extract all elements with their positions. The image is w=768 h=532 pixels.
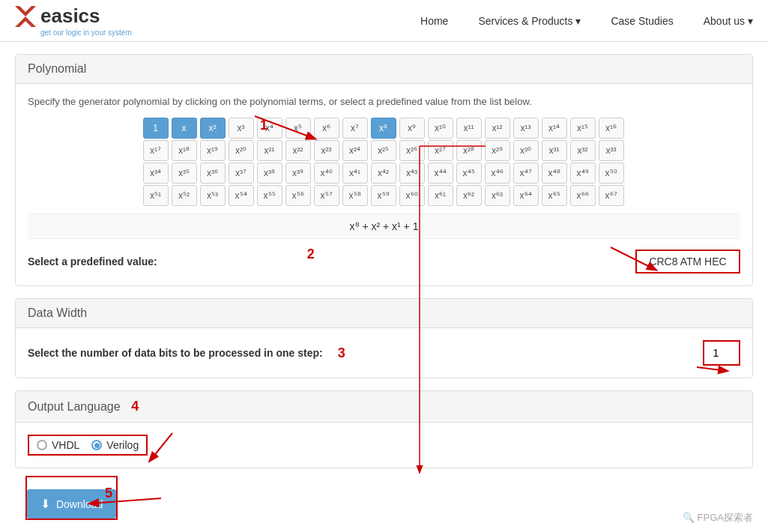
- poly-cell-23[interactable]: x²³: [314, 140, 339, 161]
- poly-cell-1[interactable]: x: [172, 118, 197, 139]
- poly-cell-6[interactable]: x⁶: [314, 118, 339, 139]
- poly-cell-19[interactable]: x¹⁹: [200, 140, 226, 161]
- poly-cell-48[interactable]: x⁴⁸: [542, 163, 567, 184]
- poly-cell-55[interactable]: x⁵⁵: [257, 185, 282, 206]
- nav-links: Home Services & Products ▾ Case Studies …: [420, 15, 753, 27]
- poly-cell-39[interactable]: x³⁹: [285, 163, 311, 184]
- poly-cell-52[interactable]: x⁵²: [172, 185, 197, 206]
- download-wrapper: ⬇ Download: [25, 476, 118, 520]
- data-width-section: Data Width Select the number of data bit…: [15, 298, 753, 378]
- download-button[interactable]: ⬇ Download: [27, 489, 116, 519]
- polynomial-grid-wrapper: 1xx²x³x⁴x⁵x⁶x⁷x⁸x⁹x¹⁰x¹¹x¹²x¹³x¹⁴x¹⁵x¹⁶x…: [28, 118, 740, 206]
- poly-cell-14[interactable]: x¹⁴: [542, 118, 567, 139]
- poly-cell-18[interactable]: x¹⁸: [172, 140, 197, 161]
- poly-cell-17[interactable]: x¹⁷: [143, 140, 169, 161]
- output-language-header: Output Language 4: [16, 391, 752, 423]
- poly-cell-58[interactable]: x⁵⁸: [342, 185, 368, 206]
- predefined-select[interactable]: CRC8 ATM HEC: [635, 250, 740, 273]
- poly-cell-53[interactable]: x⁵³: [200, 185, 226, 206]
- poly-cell-5[interactable]: x⁵: [285, 118, 311, 139]
- data-width-body: Select the number of data bits to be pro…: [16, 328, 752, 378]
- poly-cell-33[interactable]: x³³: [599, 140, 624, 161]
- poly-cell-38[interactable]: x³⁸: [257, 163, 282, 184]
- poly-cell-7[interactable]: x⁷: [342, 118, 368, 139]
- data-width-label: Select the number of data bits to be pro…: [28, 347, 323, 359]
- nav-home[interactable]: Home: [420, 15, 448, 27]
- poly-cell-11[interactable]: x¹¹: [456, 118, 482, 139]
- poly-cell-43[interactable]: x⁴³: [399, 163, 425, 184]
- poly-cell-64[interactable]: x⁶⁴: [513, 185, 539, 206]
- poly-cell-28[interactable]: x²⁸: [456, 140, 482, 161]
- poly-cell-42[interactable]: x⁴²: [371, 163, 396, 184]
- logo: easics get our logic in your system: [15, 4, 132, 37]
- poly-cell-54[interactable]: x⁵⁴: [229, 185, 254, 206]
- poly-cell-59[interactable]: x⁵⁹: [371, 185, 396, 206]
- nav-case-studies[interactable]: Case Studies: [611, 15, 673, 27]
- poly-cell-13[interactable]: x¹³: [513, 118, 539, 139]
- nav-services[interactable]: Services & Products ▾: [478, 15, 581, 27]
- poly-cell-10[interactable]: x¹⁰: [428, 118, 453, 139]
- poly-cell-21[interactable]: x²¹: [257, 140, 282, 161]
- poly-cell-44[interactable]: x⁴⁴: [428, 163, 453, 184]
- poly-cell-63[interactable]: x⁶³: [485, 185, 510, 206]
- poly-cell-20[interactable]: x²⁰: [229, 140, 254, 161]
- poly-cell-36[interactable]: x³⁶: [200, 163, 226, 184]
- chevron-down-icon: ▾: [575, 15, 581, 27]
- nav-about[interactable]: About us ▾: [704, 15, 753, 27]
- poly-cell-62[interactable]: x⁶²: [456, 185, 482, 206]
- poly-cell-57[interactable]: x⁵⁷: [314, 185, 339, 206]
- radio-verilog[interactable]: Verilog: [91, 439, 139, 451]
- annotation-5: 5: [105, 486, 112, 501]
- poly-cell-32[interactable]: x³²: [570, 140, 596, 161]
- navbar: easics get our logic in your system Home…: [0, 0, 768, 42]
- poly-cell-12[interactable]: x¹²: [485, 118, 510, 139]
- poly-cell-31[interactable]: x³¹: [542, 140, 567, 161]
- poly-cell-15[interactable]: x¹⁵: [570, 118, 596, 139]
- poly-cell-8[interactable]: x⁸: [371, 118, 396, 139]
- poly-cell-0[interactable]: 1: [143, 118, 169, 139]
- poly-cell-61[interactable]: x⁶¹: [428, 185, 453, 206]
- logo-text: easics: [40, 4, 100, 28]
- poly-cell-49[interactable]: x⁴⁹: [570, 163, 596, 184]
- polynomial-header: Polynomial: [16, 55, 752, 84]
- poly-cell-9[interactable]: x⁹: [399, 118, 425, 139]
- download-icon: ⬇: [40, 497, 50, 511]
- annotation-4: 4: [131, 399, 139, 414]
- poly-cell-45[interactable]: x⁴⁵: [456, 163, 482, 184]
- poly-cell-30[interactable]: x³⁰: [513, 140, 539, 161]
- poly-cell-51[interactable]: x⁵¹: [143, 185, 169, 206]
- poly-cell-34[interactable]: x³⁴: [143, 163, 169, 184]
- poly-cell-27[interactable]: x²⁷: [428, 140, 453, 161]
- poly-cell-65[interactable]: x⁶⁵: [542, 185, 567, 206]
- poly-cell-26[interactable]: x²⁶: [399, 140, 425, 161]
- logo-icon: [15, 6, 36, 27]
- polynomial-grid: 1xx²x³x⁴x⁵x⁶x⁷x⁸x⁹x¹⁰x¹¹x¹²x¹³x¹⁴x¹⁵x¹⁶x…: [143, 118, 626, 206]
- poly-cell-16[interactable]: x¹⁶: [599, 118, 624, 139]
- poly-cell-66[interactable]: x⁶⁶: [570, 185, 596, 206]
- poly-cell-2[interactable]: x²: [200, 118, 226, 139]
- polynomial-description: Specify the generator polynomial by clic…: [28, 96, 740, 107]
- poly-cell-35[interactable]: x³⁵: [172, 163, 197, 184]
- poly-cell-37[interactable]: x³⁷: [229, 163, 254, 184]
- poly-cell-3[interactable]: x³: [229, 118, 254, 139]
- logo-tagline: get our logic in your system: [40, 28, 132, 37]
- annotation-2: 2: [307, 247, 315, 262]
- poly-cell-24[interactable]: x²⁴: [342, 140, 368, 161]
- polynomial-body: Specify the generator polynomial by clic…: [16, 84, 752, 285]
- poly-cell-25[interactable]: x²⁵: [371, 140, 396, 161]
- poly-cell-47[interactable]: x⁴⁷: [513, 163, 539, 184]
- poly-cell-50[interactable]: x⁵⁰: [599, 163, 624, 184]
- radio-verilog-btn[interactable]: [91, 440, 102, 450]
- radio-vhdl-btn[interactable]: [37, 440, 47, 450]
- data-width-row: Select the number of data bits to be pro…: [28, 340, 740, 366]
- radio-vhdl[interactable]: VHDL: [37, 439, 79, 451]
- poly-cell-60[interactable]: x⁶⁰: [399, 185, 425, 206]
- poly-cell-41[interactable]: x⁴¹: [342, 163, 368, 184]
- poly-cell-22[interactable]: x²²: [285, 140, 311, 161]
- poly-cell-40[interactable]: x⁴⁰: [314, 163, 339, 184]
- poly-cell-67[interactable]: x⁶⁷: [599, 185, 624, 206]
- poly-cell-46[interactable]: x⁴⁶: [485, 163, 510, 184]
- poly-cell-29[interactable]: x²⁹: [485, 140, 510, 161]
- poly-cell-56[interactable]: x⁵⁶: [285, 185, 311, 206]
- data-width-input[interactable]: [703, 340, 740, 366]
